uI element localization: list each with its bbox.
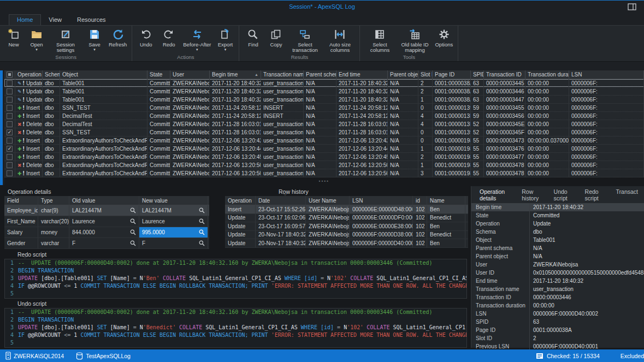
grid-cell[interactable]: user_transaction	[261, 153, 304, 161]
database-status-item[interactable]: TestApexSQLLog	[76, 352, 131, 360]
grid-cell[interactable]: dbo	[43, 96, 60, 103]
grid-cell[interactable]: ✚!Insert	[15, 104, 43, 111]
grid-cell[interactable]: Committed	[147, 120, 170, 128]
grid-cell[interactable]: 0000006F:	[569, 120, 644, 128]
grid-cell[interactable]: 2017-12-06 13:20:45	[336, 153, 388, 161]
grid-cell[interactable]: ✚!Insert	[15, 137, 43, 144]
row-history-tab[interactable]: Row history	[275, 187, 312, 196]
panel-tab-redo-script[interactable]: Redo script	[581, 188, 611, 202]
row-checkbox[interactable]	[4, 96, 15, 103]
column-header-name[interactable]: Name	[427, 196, 465, 205]
grid-cell[interactable]: 1	[418, 145, 433, 152]
grid-cell[interactable]: N/A	[304, 79, 336, 87]
redo-script-editor[interactable]: 1 -- UPDATE (0000006F:00000D40:0002) don…	[4, 259, 467, 299]
grid-cell[interactable]: N/A	[388, 112, 418, 120]
panel-tab-undo-script[interactable]: Undo script	[550, 188, 580, 202]
grid-cell[interactable]: dbo	[43, 128, 60, 136]
redo-button[interactable]: Redo	[157, 27, 180, 54]
column-header-end-time[interactable]: End time	[336, 70, 388, 79]
row-checkbox[interactable]: ✓	[4, 128, 15, 136]
server-status-item[interactable]: ZWERKA\SQL2014	[5, 352, 64, 360]
grid-cell[interactable]: Committed	[147, 161, 170, 169]
type-cell[interactable]: char(9)	[38, 205, 69, 216]
grid-cell[interactable]: N/A	[388, 128, 418, 136]
grid-cell[interactable]: ✎!Update	[15, 96, 43, 103]
grid-cell[interactable]: 00:00:00	[525, 112, 569, 120]
grid-cell[interactable]: ExtraordinaryAuthorsToCheckAndRemember	[60, 153, 147, 161]
column-header-date[interactable]: Date	[256, 196, 306, 205]
table-row[interactable]: ✎!UpdatedboTable001CommittedZWERKA\Neboj…	[4, 87, 644, 96]
grid-cell[interactable]: 2017-11-20 18:40:32	[336, 87, 388, 95]
field-cell[interactable]: Gender	[4, 238, 38, 248]
field-cell[interactable]: Employee_id	[4, 205, 38, 216]
grid-cell[interactable]: dbo	[43, 145, 60, 152]
grid-cell[interactable]: user_transaction	[261, 128, 304, 136]
detail-row[interactable]: State Committed	[471, 211, 644, 219]
grid-cell[interactable]: DecimalTest	[60, 112, 147, 120]
grid-cell[interactable]: 2017-11-24 20:58:12	[336, 104, 388, 111]
grid-cell[interactable]: 0000006F:	[569, 153, 644, 161]
column-header-page-id[interactable]: Page ID	[433, 70, 471, 79]
grid-cell[interactable]: 0000:00003473	[484, 137, 525, 144]
grid-cell[interactable]: ZWERKA\Nebojsa	[170, 161, 210, 169]
grid-cell[interactable]: 0001:0000038A	[433, 96, 471, 103]
grid-cell[interactable]: ✚!Insert	[15, 169, 43, 177]
grid-cell[interactable]: 52	[471, 128, 484, 136]
row-checkbox[interactable]	[4, 104, 15, 111]
grid-cell[interactable]: ZWERKA\Nebojsa	[170, 137, 210, 144]
grid-cell[interactable]: 55	[471, 161, 484, 169]
old-value-cell[interactable]: LAL21447M	[69, 205, 139, 216]
tab-resources[interactable]: Resources	[69, 15, 114, 25]
detail-row[interactable]: Parent schema N/A	[471, 244, 644, 252]
column-header-field[interactable]: Field	[4, 196, 38, 205]
grid-cell[interactable]: 1	[418, 96, 433, 103]
table-row[interactable]: ✚!InsertdboExtraordinaryAuthorsToCheckAn…	[4, 169, 644, 177]
grid-cell[interactable]: Table001	[60, 96, 147, 103]
grid-cell[interactable]: 0001:00000198	[433, 153, 471, 161]
grid-cell[interactable]: ✚!Insert	[15, 145, 43, 152]
grid-cell[interactable]: N/A	[388, 87, 418, 95]
grid-cell[interactable]: 0000:00003477	[484, 153, 525, 161]
detail-row[interactable]: SPID 63	[471, 318, 644, 326]
grid-cell[interactable]: 59	[471, 104, 484, 111]
grid-cell[interactable]: 0000:00003446	[484, 87, 525, 95]
history-cell[interactable]: Update	[225, 214, 256, 222]
row-checkbox[interactable]	[4, 112, 15, 120]
grid-cell[interactable]: 0001:00000198	[433, 161, 471, 169]
grid-cell[interactable]: 0000:00003478	[484, 169, 525, 177]
grid-cell[interactable]: Committed	[147, 87, 170, 95]
undo-script-editor[interactable]: 1 -- UPDATE (0000006F:00000D40:0002) don…	[4, 308, 467, 348]
column-header-schema[interactable]: Schema	[43, 70, 60, 79]
grid-cell[interactable]: 0000006F:	[569, 137, 644, 144]
grid-cell[interactable]: 0000006F:	[569, 104, 644, 111]
table-row[interactable]: Gender varchar F F	[4, 238, 209, 249]
column-header-id[interactable]: id	[413, 196, 427, 205]
table-row[interactable]: ✓✚!InsertdboExtraordinaryAuthorsToCheckA…	[4, 145, 644, 153]
grid-cell[interactable]: 00:00:00	[525, 96, 569, 103]
grid-cell[interactable]: N/A	[388, 137, 418, 144]
table-row[interactable]: ✖!DeletedboDecimalTestCommittedZWERKA\Ne…	[4, 120, 644, 128]
grid-cell[interactable]: 63	[471, 79, 484, 87]
tab-home[interactable]: Home	[9, 14, 41, 25]
grid-cell[interactable]: user_transaction	[261, 137, 304, 144]
grid-cell[interactable]: dbo	[43, 153, 60, 161]
table-row[interactable]: Update20-Nov-17 18:40:32ZWERKA\Nebojsa00…	[225, 239, 468, 248]
grid-cell[interactable]: N/A	[388, 104, 418, 111]
grid-cell[interactable]: dbo	[43, 161, 60, 169]
history-cell[interactable]: Update	[225, 231, 256, 239]
history-cell[interactable]: Ben	[427, 239, 465, 247]
detail-row[interactable]: Transaction duration 00:00:00	[471, 301, 644, 310]
history-cell[interactable]: 102	[413, 214, 427, 222]
grid-cell[interactable]: user_transaction	[261, 161, 304, 169]
before-after-button[interactable]: Before-After ▾	[180, 27, 214, 54]
grid-cell[interactable]: 52	[471, 120, 484, 128]
magnifier-icon[interactable]	[130, 207, 136, 213]
grid-cell[interactable]: ZWERKA\Nebojsa	[170, 145, 210, 152]
detail-row[interactable]: Slot ID 2	[471, 334, 644, 342]
table-row[interactable]: ✚!InsertdboDecimalTestCommittedZWERKA\Ne…	[4, 112, 644, 120]
grid-cell[interactable]: Committed	[147, 104, 170, 111]
grid-cell[interactable]: 0000:00003456	[484, 112, 525, 120]
magnifier-icon[interactable]	[130, 218, 136, 224]
grid-cell[interactable]: 2017-12-06 13:20:42	[210, 137, 261, 144]
grid-cell[interactable]: Table001	[60, 79, 147, 87]
